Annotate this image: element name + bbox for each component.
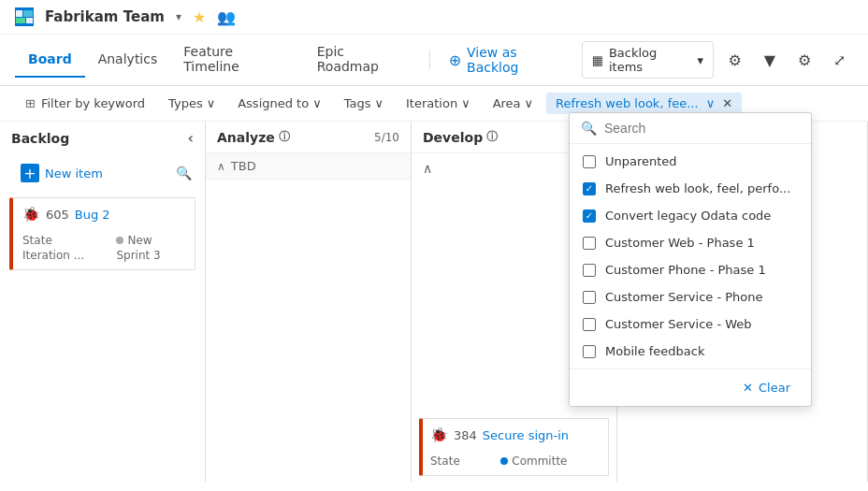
iteration-label: Iteration — [406, 96, 457, 110]
filter-funnel-icon: ⊞ — [25, 96, 36, 110]
work-item-384[interactable]: 🐞 384 Secure sign-in State Committe — [419, 418, 609, 476]
backlog-column: Backlog ‹ + New item 🔍 🐞 605 Bug 2 State… — [0, 122, 206, 482]
new-item-button[interactable]: + New item — [9, 158, 114, 188]
svg-rect-1 — [23, 10, 33, 17]
develop-title: Develop — [423, 130, 483, 145]
item-605-title[interactable]: Bug 2 — [75, 208, 110, 222]
team-caret-icon[interactable]: ▾ — [176, 10, 181, 23]
dropdown-search-icon: 🔍 — [581, 121, 597, 136]
backlog-collapse-icon[interactable]: ‹ — [187, 129, 194, 147]
dropdown-list: Unparented✓Refresh web look, feel, perfo… — [570, 144, 811, 368]
clear-label: Clear — [759, 381, 790, 395]
dropdown-item[interactable]: Customer Phone - Phase 1 — [570, 256, 811, 283]
tab-board[interactable]: Board — [15, 42, 85, 78]
checkbox-7[interactable] — [583, 345, 596, 358]
checkbox-2[interactable]: ✓ — [583, 209, 596, 223]
dropdown-item[interactable]: Customer Service - Phone — [570, 283, 811, 310]
types-filter[interactable]: Types ∨ — [159, 93, 224, 114]
types-label: Types — [168, 96, 203, 110]
analyze-column-header: Analyze ⓘ 5/10 — [206, 122, 411, 153]
dropdown-item[interactable]: Unparented — [570, 148, 811, 175]
analyze-count: 5/10 — [374, 131, 399, 144]
work-item-605[interactable]: 🐞 605 Bug 2 State New Iteration ... Spri… — [9, 197, 195, 270]
assigned-to-filter[interactable]: Assigned to ∨ — [228, 93, 331, 114]
dropdown-search-input[interactable] — [604, 121, 800, 136]
state-label-384: State — [430, 455, 493, 468]
tab-feature-timeline[interactable]: Feature Timeline — [170, 35, 303, 85]
backlog-search-icon[interactable]: 🔍 — [172, 162, 195, 184]
tbd-chevron-icon: ∧ — [217, 160, 225, 173]
item-384-wrapper: 🐞 384 Secure sign-in State Committe — [412, 412, 616, 482]
tags-caret-icon: ∨ — [374, 96, 383, 110]
active-filter-close-icon[interactable]: ✕ — [722, 96, 732, 110]
dropdown-item[interactable]: Customer Service - Web — [570, 310, 811, 338]
svg-rect-0 — [16, 10, 22, 17]
dropdown-item-label-1: Refresh web look, feel, perfo... — [605, 181, 790, 195]
filter-icon[interactable]: ▼ — [756, 46, 783, 74]
gear-icon[interactable]: ⚙ — [791, 46, 818, 74]
expand-icon[interactable]: ⤢ — [826, 46, 853, 74]
item-384-header: 🐞 384 Secure sign-in — [430, 426, 600, 443]
area-label: Area — [493, 96, 521, 110]
tab-analytics[interactable]: Analytics — [85, 42, 171, 78]
iteration-dropdown: 🔍 Unparented✓Refresh web look, feel, per… — [569, 112, 812, 407]
checkbox-0[interactable] — [583, 155, 596, 168]
assigned-to-label: Assigned to — [238, 96, 309, 110]
filter-by-keyword[interactable]: ⊞ Filter by keyword — [15, 92, 155, 115]
bug-icon-384: 🐞 — [430, 426, 448, 443]
dropdown-item[interactable]: Mobile feedback — [570, 338, 811, 365]
item-384-meta: State Committe — [430, 455, 600, 468]
svg-rect-2 — [16, 18, 25, 23]
area-caret-icon: ∨ — [525, 96, 534, 110]
backlog-items-icon: ▦ — [592, 53, 603, 67]
svg-rect-3 — [26, 18, 33, 23]
checkbox-6[interactable] — [583, 318, 596, 331]
backlog-column-header: Backlog ‹ — [0, 122, 205, 154]
backlog-items-label: Backlog items — [609, 46, 692, 74]
team-name[interactable]: Fabrikam Team — [45, 8, 165, 25]
view-backlog-icon: ⊕ — [449, 51, 461, 69]
backlog-items-button[interactable]: ▦ Backlog items ▾ — [582, 41, 714, 79]
checkbox-4[interactable] — [583, 264, 596, 277]
tbd-row[interactable]: ∧ TBD — [206, 153, 411, 180]
dropdown-item-label-7: Mobile feedback — [605, 344, 705, 358]
nav-right: ▦ Backlog items ▾ ⚙ ▼ ⚙ ⤢ — [582, 41, 853, 79]
dropdown-item[interactable]: Customer Web - Phase 1 — [570, 229, 811, 256]
view-as-backlog-button[interactable]: ⊕ View as Backlog — [438, 39, 582, 80]
tab-epic-roadmap[interactable]: Epic Roadmap — [304, 35, 422, 85]
checkbox-5[interactable] — [583, 291, 596, 304]
new-item-plus-icon: + — [21, 164, 39, 182]
clear-button[interactable]: ✕ Clear — [735, 377, 798, 398]
item-605-meta: State New Iteration ... Sprint 3 — [22, 234, 185, 262]
item-384-title[interactable]: Secure sign-in — [483, 428, 569, 442]
iteration-filter[interactable]: Iteration ∨ — [397, 93, 480, 114]
checkbox-3[interactable] — [583, 237, 596, 250]
dropdown-item-label-5: Customer Service - Phone — [605, 290, 763, 304]
active-filter[interactable]: Refresh web look, fee... ∨ ✕ — [546, 93, 742, 114]
dropdown-search-area: 🔍 — [570, 113, 811, 144]
types-caret-icon: ∨ — [207, 96, 216, 110]
develop-info-icon: ⓘ — [486, 129, 498, 145]
analyze-info-icon: ⓘ — [279, 129, 290, 145]
active-filter-caret-icon: ∨ — [706, 96, 716, 110]
tags-filter[interactable]: Tags ∨ — [335, 93, 393, 114]
assigned-caret-icon: ∨ — [312, 96, 322, 110]
item-605-id: 605 — [46, 208, 69, 222]
checkbox-1[interactable]: ✓ — [583, 182, 596, 195]
state-label-605: State — [22, 234, 108, 247]
state-dot-605 — [116, 237, 123, 244]
dropdown-item[interactable]: ✓Refresh web look, feel, perfo... — [570, 175, 811, 202]
people-icon[interactable]: 👥 — [217, 8, 236, 26]
dropdown-item-label-3: Customer Web - Phase 1 — [605, 236, 755, 250]
iteration-value-605: Sprint 3 — [116, 249, 185, 262]
star-icon[interactable]: ★ — [193, 8, 206, 26]
dropdown-item-label-0: Unparented — [605, 154, 677, 168]
analyze-column: Analyze ⓘ 5/10 ∧ TBD — [206, 122, 412, 482]
settings-icon[interactable]: ⚙ — [721, 46, 748, 74]
nav-divider — [429, 51, 430, 69]
dropdown-item[interactable]: ✓Convert legacy Odata code — [570, 202, 811, 229]
analyze-title: Analyze — [217, 130, 275, 145]
dropdown-item-label-4: Customer Phone - Phase 1 — [605, 263, 766, 277]
active-filter-label: Refresh web look, fee... — [556, 96, 699, 110]
area-filter[interactable]: Area ∨ — [484, 93, 542, 114]
